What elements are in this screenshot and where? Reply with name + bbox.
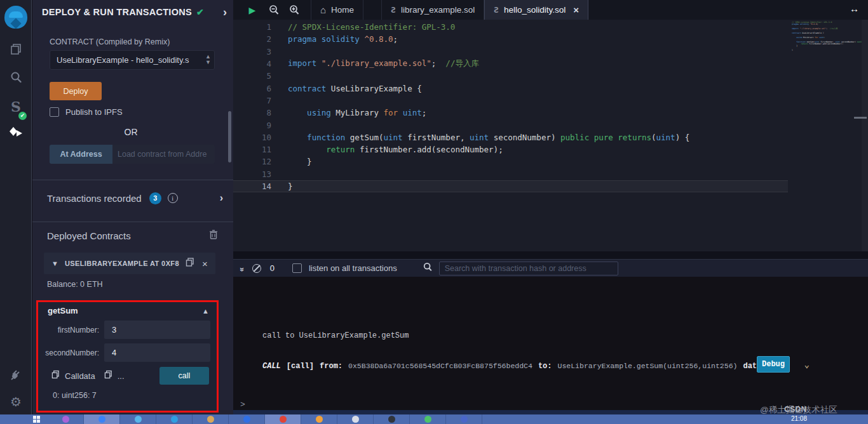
close-icon[interactable]: × — [202, 258, 208, 269]
publish-ipfs-checkbox[interactable] — [50, 107, 59, 117]
taskbar-app-paint[interactable] — [156, 414, 193, 424]
at-address-input[interactable] — [112, 145, 215, 164]
terminal-collapse-icon[interactable]: » — [238, 267, 247, 270]
zoom-in-icon[interactable] — [284, 0, 304, 20]
search-icon[interactable] — [0, 68, 32, 87]
copy-calldata-icon[interactable] — [51, 370, 60, 381]
contract-section-label: CONTRACT (Compiled by Remix) — [50, 37, 170, 46]
contract-select[interactable]: UseLibraryExample - hello_solidity.s ▲▼ — [50, 50, 215, 70]
tx-segment: from: — [320, 362, 342, 371]
code-line[interactable]: 8 using MyLibrary for uint; — [233, 107, 788, 119]
deployed-contract-row[interactable]: ▼ USELIBRARYEXAMPLE AT 0XF8 × — [44, 253, 215, 274]
tx-line[interactable]: CALL[call]from:0x5B38Da6a701c568545dCfcB… — [262, 362, 782, 371]
tab-hello-solidity[interactable]: S hello_solidity.sol × — [484, 0, 588, 20]
code-line[interactable]: 12 } — [233, 156, 788, 168]
panel-scrollbar[interactable] — [228, 111, 231, 162]
code-line[interactable]: 1// SPDX-License-Identifier: GPL-3.0 — [233, 21, 788, 33]
remix-logo-icon[interactable] — [0, 3, 32, 31]
remix-ide-window: S ✔ ⚙ DEPLOY & RUN TRANSACTIONS ✔ › CONT… — [0, 0, 868, 424]
parameters-ellipsis: ... — [118, 371, 125, 381]
icon-sidebar: S ✔ ⚙ — [0, 0, 32, 414]
chevron-up-icon[interactable]: ▲ — [202, 307, 209, 315]
tx-expand-chevron-icon[interactable]: ⌄ — [804, 359, 810, 370]
minimap[interactable]: // SPDX-License-Identifier: GPL-3.0pragm… — [792, 21, 863, 123]
taskbar-app-edge[interactable] — [229, 414, 265, 424]
listen-transactions-checkbox[interactable] — [292, 263, 302, 273]
tx-segment: UseLibraryExample.getSum(uint256,uint256… — [558, 362, 738, 370]
taskbar-app-media[interactable] — [48, 414, 84, 424]
taskbar-app-firefox[interactable] — [301, 414, 337, 424]
trash-icon[interactable] — [209, 230, 218, 242]
divider — [32, 180, 233, 180]
code-line[interactable]: 6contract UseLibraryExample { — [233, 82, 788, 94]
terminal-prompt: > — [240, 400, 245, 409]
tx-segment: [call] — [287, 362, 314, 371]
terminal-search-input[interactable] — [439, 262, 618, 275]
editor-scrollbar-thumb[interactable] — [854, 117, 867, 119]
copy-parameters-icon[interactable] — [104, 370, 112, 381]
tab-library-example[interactable]: S library_example.sol — [381, 0, 484, 20]
file-explorer-icon[interactable] — [0, 39, 32, 58]
terminal-toolbar: » 0 listen on all transactions — [233, 259, 868, 277]
settings-gear-icon[interactable]: ⚙ — [0, 392, 32, 411]
taskbar-app-internet-explorer[interactable] — [120, 414, 156, 424]
info-icon[interactable]: i — [168, 193, 178, 203]
taskbar-app-blue-circle[interactable] — [84, 414, 120, 424]
taskbar-app-green[interactable] — [410, 414, 446, 424]
copy-icon[interactable] — [186, 258, 194, 269]
chevron-down-icon[interactable]: ▼ — [51, 260, 58, 267]
code-line[interactable]: 4import "./library_example.sol"; //导入库 — [233, 58, 788, 70]
taskbar-app-files[interactable] — [193, 414, 229, 424]
editor-scrollbar[interactable] — [862, 20, 868, 251]
taskbar-app-blue2[interactable] — [446, 414, 482, 424]
code-editor[interactable]: 1// SPDX-License-Identifier: GPL-3.02pra… — [233, 20, 868, 251]
tab-home[interactable]: ⌂ Home — [311, 0, 363, 20]
run-script-icon[interactable]: ▶ — [241, 0, 264, 20]
panel-check-icon: ✔ — [196, 7, 204, 17]
deploy-run-icon[interactable] — [0, 124, 32, 143]
zoom-out-icon[interactable] — [264, 0, 284, 20]
terminal-bottom-strip — [233, 410, 868, 414]
start-button[interactable] — [33, 416, 40, 423]
taskbar-app-dark[interactable] — [374, 414, 410, 424]
tx-segment: 0x5B38Da6a701c568545dCfcB03FcB875f56bedd… — [348, 362, 532, 370]
solidity-file-icon: S — [391, 5, 396, 15]
terminal-output[interactable]: call to UseLibraryExample.getSum CALL[ca… — [233, 277, 868, 410]
param-input-firstnumber[interactable] — [104, 321, 210, 339]
param-label-firstnumber: firstNumber: — [44, 326, 104, 335]
code-line[interactable]: 5 — [233, 70, 788, 82]
deploy-button[interactable]: Deploy — [50, 82, 102, 100]
code-line[interactable]: 7 — [233, 95, 788, 107]
plugin-manager-icon[interactable] — [0, 366, 32, 385]
balance-label: Balance: 0 ETH — [47, 280, 103, 289]
editor-area: ▶ ⌂ Home S library_example.sol S hello_s… — [233, 0, 868, 414]
clear-console-icon[interactable] — [252, 264, 261, 273]
debug-button[interactable]: Debug — [757, 356, 790, 373]
deployed-contracts-title: Deployed Contracts — [47, 230, 131, 241]
call-output: 0: uint256: 7 — [53, 391, 97, 400]
taskbar-app-folder[interactable] — [337, 414, 374, 424]
code-line[interactable]: 9 — [233, 119, 788, 131]
tab-label: Home — [331, 5, 354, 15]
tab-close-icon[interactable]: × — [573, 4, 579, 15]
select-stepper-icon[interactable]: ▲▼ — [205, 54, 211, 65]
transactions-expand-chevron-icon[interactable]: › — [220, 192, 223, 204]
terminal-search-icon — [423, 262, 433, 275]
editor-terminal-divider[interactable] — [233, 251, 868, 259]
panel-expand-chevron-icon[interactable]: › — [223, 6, 227, 19]
call-button[interactable]: call — [159, 367, 209, 385]
code-line[interactable]: 14} — [233, 180, 788, 192]
code-line[interactable]: 10 function getSum(uint firstNumber, uin… — [233, 131, 788, 143]
solidity-compiler-icon[interactable]: S ✔ — [0, 95, 32, 118]
swap-panel-icon[interactable]: ↔ — [850, 3, 859, 14]
at-address-button[interactable]: At Address — [50, 145, 112, 164]
code-line[interactable]: 13 — [233, 168, 788, 180]
taskbar-app-browser-red[interactable] — [265, 414, 301, 424]
panel-header: DEPLOY & RUN TRANSACTIONS ✔ › — [42, 4, 227, 20]
publish-ipfs-label: Publish to IPFS — [65, 107, 123, 117]
code-line[interactable]: 11 return firstNumber.add(secondNumber); — [233, 143, 788, 156]
param-input-secondnumber[interactable] — [104, 343, 210, 362]
code-line[interactable]: 3 — [233, 46, 788, 58]
listen-transactions-label: listen on all transactions — [309, 263, 397, 273]
code-line[interactable]: 2pragma solidity ^0.8.0; — [233, 33, 788, 45]
